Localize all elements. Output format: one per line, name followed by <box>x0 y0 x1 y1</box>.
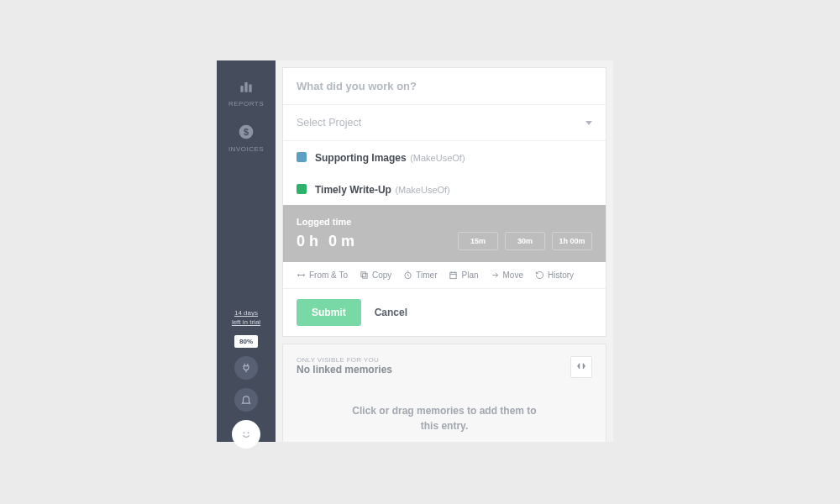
action-label: From & To <box>309 270 348 280</box>
plug-button[interactable] <box>234 356 258 380</box>
sidebar: REPORTS $ INVOICES 14 days left in trial… <box>217 60 276 442</box>
svg-rect-0 <box>240 86 243 92</box>
logged-time-label: Logged time <box>297 217 592 227</box>
memories-card: ONLY VISIBLE FOR YOU No linked memories … <box>282 344 606 442</box>
dollar-circle-icon: $ <box>237 123 255 141</box>
svg-point-5 <box>244 432 245 433</box>
memories-eyebrow: ONLY VISIBLE FOR YOU <box>297 356 392 364</box>
action-label: History <box>548 270 574 280</box>
svg-rect-8 <box>361 272 366 277</box>
logged-hours: 0 h <box>297 233 318 250</box>
memories-empty-line: Click or drag memories to add them to <box>352 405 536 417</box>
notifications-button[interactable] <box>234 388 258 412</box>
bar-chart-icon <box>237 77 255 96</box>
action-move[interactable]: Move <box>491 270 523 280</box>
logged-time-block: Logged time 0 h 0 m 15m 30m 1h 00m <box>283 205 606 262</box>
action-history[interactable]: History <box>535 270 574 280</box>
action-copy[interactable]: Copy <box>360 270 391 280</box>
select-project-dropdown[interactable]: Select Project <box>283 105 606 141</box>
action-from-to[interactable]: From & To <box>297 270 348 280</box>
brain-icon <box>575 361 587 373</box>
entry-actions-row: From & To Copy Timer Plan Move <box>283 262 606 289</box>
memories-empty-state[interactable]: Click or drag memories to add them to th… <box>297 403 592 433</box>
svg-rect-2 <box>249 85 251 92</box>
project-name: Supporting Images <box>315 152 407 164</box>
quick-time-30m[interactable]: 30m <box>505 232 545 250</box>
sidebar-item-reports[interactable]: REPORTS <box>228 77 264 108</box>
project-option-timely-write-up[interactable]: Timely Write-Up (MakeUseOf) <box>283 173 606 205</box>
project-option-supporting-images[interactable]: Supporting Images (MakeUseOf) <box>283 141 606 173</box>
project-client: (MakeUseOf) <box>395 185 449 195</box>
svg-rect-1 <box>244 82 247 92</box>
svg-point-6 <box>248 432 249 433</box>
user-avatar[interactable] <box>232 420 260 449</box>
submit-row: Submit Cancel <box>283 289 606 336</box>
main-panel: What did you work on? Select Project Sup… <box>276 60 613 442</box>
action-timer[interactable]: Timer <box>403 270 437 280</box>
sidebar-item-label: REPORTS <box>228 100 264 108</box>
task-input[interactable]: What did you work on? <box>283 68 606 105</box>
trial-line: left in trial <box>232 318 260 326</box>
project-name: Timely Write-Up <box>315 184 391 196</box>
task-input-placeholder: What did you work on? <box>297 80 592 92</box>
logged-time-value[interactable]: 0 h 0 m <box>297 233 354 250</box>
action-plan[interactable]: Plan <box>449 270 478 280</box>
project-client: (MakeUseOf) <box>410 153 465 163</box>
action-label: Plan <box>461 270 478 280</box>
logged-minutes: 0 m <box>328 233 354 250</box>
chevron-down-icon <box>585 121 592 125</box>
progress-badge[interactable]: 80% <box>234 335 258 348</box>
project-color-swatch <box>297 184 307 194</box>
memories-empty-line: this entry. <box>421 420 468 432</box>
project-color-swatch <box>297 152 307 162</box>
submit-button[interactable]: Submit <box>297 299 361 326</box>
cancel-button[interactable]: Cancel <box>375 307 407 318</box>
memories-settings-button[interactable] <box>570 356 592 378</box>
svg-rect-10 <box>450 272 456 278</box>
action-label: Timer <box>416 270 437 280</box>
trial-line: 14 days <box>234 309 258 317</box>
app-window: REPORTS $ INVOICES 14 days left in trial… <box>217 60 613 442</box>
action-label: Move <box>503 270 523 280</box>
time-entry-card: What did you work on? Select Project Sup… <box>282 67 606 337</box>
sidebar-item-invoices[interactable]: $ INVOICES <box>228 123 264 153</box>
sidebar-item-label: INVOICES <box>228 145 264 153</box>
smiley-icon <box>238 426 255 443</box>
action-label: Copy <box>372 270 391 280</box>
trial-status-link[interactable]: 14 days left in trial <box>232 309 260 327</box>
svg-text:$: $ <box>244 127 249 137</box>
select-project-label: Select Project <box>297 117 361 129</box>
quick-time-1h[interactable]: 1h 00m <box>552 232 592 250</box>
memories-title: No linked memories <box>297 364 392 375</box>
svg-rect-7 <box>363 274 368 279</box>
quick-time-15m[interactable]: 15m <box>458 232 498 250</box>
